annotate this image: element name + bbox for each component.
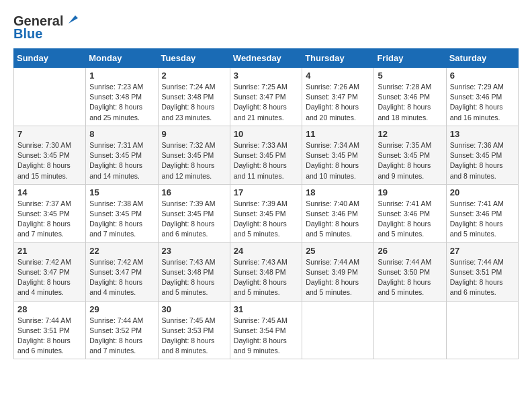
- daylight-text: Daylight: 8 hours and 4 minutes.: [89, 277, 154, 298]
- day-info: Sunrise: 7:44 AMSunset: 3:51 PMDaylight:…: [17, 316, 82, 357]
- sunset-text: Sunset: 3:51 PM: [450, 267, 515, 277]
- calendar-cell: 27Sunrise: 7:44 AMSunset: 3:51 PMDayligh…: [446, 242, 518, 301]
- day-number: 26: [378, 246, 442, 256]
- day-number: 10: [234, 129, 298, 139]
- calendar-week-4: 28Sunrise: 7:44 AMSunset: 3:51 PMDayligh…: [14, 301, 519, 359]
- day-info: Sunrise: 7:28 AMSunset: 3:46 PMDaylight:…: [378, 82, 442, 123]
- day-number: 7: [17, 129, 82, 139]
- sunrise-text: Sunrise: 7:34 AM: [306, 140, 370, 150]
- calendar-cell: [374, 301, 446, 359]
- day-number: 19: [378, 187, 442, 197]
- day-number: 17: [234, 187, 298, 197]
- sunset-text: Sunset: 3:45 PM: [234, 209, 298, 219]
- sunrise-text: Sunrise: 7:45 AM: [162, 316, 226, 326]
- day-info: Sunrise: 7:44 AMSunset: 3:52 PMDaylight:…: [89, 316, 154, 357]
- calendar-cell: 14Sunrise: 7:37 AMSunset: 3:45 PMDayligh…: [14, 184, 86, 242]
- sunrise-text: Sunrise: 7:25 AM: [234, 82, 298, 92]
- sunrise-text: Sunrise: 7:44 AM: [17, 316, 82, 326]
- daylight-text: Daylight: 8 hours and 14 minutes.: [89, 161, 154, 181]
- calendar-cell: 9Sunrise: 7:32 AMSunset: 3:45 PMDaylight…: [158, 126, 230, 184]
- daylight-text: Daylight: 8 hours and 18 minutes.: [378, 102, 442, 122]
- daylight-text: Daylight: 8 hours and 6 minutes.: [17, 336, 82, 356]
- day-info: Sunrise: 7:36 AMSunset: 3:45 PMDaylight:…: [450, 140, 515, 181]
- header-day-thursday: Thursday: [302, 49, 374, 68]
- daylight-text: Daylight: 8 hours and 7 minutes.: [89, 219, 154, 239]
- day-info: Sunrise: 7:25 AMSunset: 3:47 PMDaylight:…: [234, 82, 298, 123]
- sunset-text: Sunset: 3:50 PM: [378, 267, 442, 277]
- sunrise-text: Sunrise: 7:42 AM: [89, 257, 154, 267]
- sunrise-text: Sunrise: 7:33 AM: [234, 140, 298, 150]
- daylight-text: Daylight: 8 hours and 5 minutes.: [234, 219, 298, 239]
- sunset-text: Sunset: 3:54 PM: [234, 326, 298, 336]
- day-number: 11: [306, 129, 370, 139]
- day-info: Sunrise: 7:31 AMSunset: 3:45 PMDaylight:…: [89, 140, 154, 181]
- sunrise-text: Sunrise: 7:40 AM: [306, 199, 370, 209]
- day-number: 8: [89, 129, 154, 139]
- day-info: Sunrise: 7:30 AMSunset: 3:45 PMDaylight:…: [17, 140, 82, 181]
- sunrise-text: Sunrise: 7:43 AM: [234, 257, 298, 267]
- day-number: 23: [162, 246, 226, 256]
- sunrise-text: Sunrise: 7:29 AM: [450, 82, 515, 92]
- sunset-text: Sunset: 3:47 PM: [306, 92, 370, 102]
- calendar-week-0: 1Sunrise: 7:23 AMSunset: 3:48 PMDaylight…: [14, 68, 519, 126]
- calendar-cell: 3Sunrise: 7:25 AMSunset: 3:47 PMDaylight…: [230, 68, 302, 126]
- sunset-text: Sunset: 3:48 PM: [162, 92, 226, 102]
- day-info: Sunrise: 7:42 AMSunset: 3:47 PMDaylight:…: [17, 257, 82, 298]
- sunrise-text: Sunrise: 7:36 AM: [450, 140, 515, 150]
- calendar-cell: 13Sunrise: 7:36 AMSunset: 3:45 PMDayligh…: [446, 126, 518, 184]
- daylight-text: Daylight: 8 hours and 25 minutes.: [89, 102, 154, 122]
- day-number: 22: [89, 246, 154, 256]
- day-info: Sunrise: 7:32 AMSunset: 3:45 PMDaylight:…: [162, 140, 226, 181]
- sunset-text: Sunset: 3:49 PM: [306, 267, 370, 277]
- sunrise-text: Sunrise: 7:45 AM: [234, 316, 298, 326]
- sunset-text: Sunset: 3:45 PM: [450, 150, 515, 161]
- sunset-text: Sunset: 3:45 PM: [17, 150, 82, 161]
- day-info: Sunrise: 7:33 AMSunset: 3:45 PMDaylight:…: [234, 140, 298, 181]
- calendar-cell: 6Sunrise: 7:29 AMSunset: 3:46 PMDaylight…: [446, 68, 518, 126]
- daylight-text: Daylight: 8 hours and 23 minutes.: [162, 102, 226, 122]
- daylight-text: Daylight: 8 hours and 6 minutes.: [162, 219, 226, 239]
- sunset-text: Sunset: 3:45 PM: [89, 209, 154, 219]
- calendar-cell: 31Sunrise: 7:45 AMSunset: 3:54 PMDayligh…: [230, 301, 302, 359]
- day-number: 4: [306, 71, 370, 81]
- day-number: 27: [450, 246, 515, 256]
- day-info: Sunrise: 7:41 AMSunset: 3:46 PMDaylight:…: [450, 199, 515, 240]
- calendar-cell: 28Sunrise: 7:44 AMSunset: 3:51 PMDayligh…: [14, 301, 86, 359]
- sunset-text: Sunset: 3:47 PM: [17, 267, 82, 277]
- sunrise-text: Sunrise: 7:38 AM: [89, 199, 154, 209]
- svg-marker-0: [69, 15, 78, 24]
- day-number: 21: [17, 246, 82, 256]
- calendar-cell: 26Sunrise: 7:44 AMSunset: 3:50 PMDayligh…: [374, 242, 446, 301]
- day-number: 16: [162, 187, 226, 197]
- daylight-text: Daylight: 8 hours and 15 minutes.: [17, 161, 82, 181]
- sunset-text: Sunset: 3:46 PM: [378, 92, 442, 102]
- day-info: Sunrise: 7:37 AMSunset: 3:45 PMDaylight:…: [17, 199, 82, 240]
- sunrise-text: Sunrise: 7:28 AM: [378, 82, 442, 92]
- logo: General Blue: [13, 13, 78, 42]
- day-info: Sunrise: 7:39 AMSunset: 3:45 PMDaylight:…: [234, 199, 298, 240]
- sunset-text: Sunset: 3:45 PM: [234, 150, 298, 161]
- daylight-text: Daylight: 8 hours and 7 minutes.: [89, 336, 154, 356]
- day-info: Sunrise: 7:29 AMSunset: 3:46 PMDaylight:…: [450, 82, 515, 123]
- sunrise-text: Sunrise: 7:44 AM: [450, 257, 515, 267]
- sunrise-text: Sunrise: 7:31 AM: [89, 140, 154, 150]
- day-number: 31: [234, 304, 298, 314]
- calendar-cell: 5Sunrise: 7:28 AMSunset: 3:46 PMDaylight…: [374, 68, 446, 126]
- daylight-text: Daylight: 8 hours and 6 minutes.: [450, 277, 515, 298]
- sunrise-text: Sunrise: 7:39 AM: [162, 199, 226, 209]
- day-info: Sunrise: 7:44 AMSunset: 3:49 PMDaylight:…: [306, 257, 370, 298]
- day-number: 24: [234, 246, 298, 256]
- day-number: 20: [450, 187, 515, 197]
- calendar-cell: 22Sunrise: 7:42 AMSunset: 3:47 PMDayligh…: [86, 242, 158, 301]
- day-info: Sunrise: 7:43 AMSunset: 3:48 PMDaylight:…: [234, 257, 298, 298]
- sunset-text: Sunset: 3:45 PM: [162, 209, 226, 219]
- daylight-text: Daylight: 8 hours and 5 minutes.: [378, 219, 442, 239]
- logo-icon: [66, 14, 78, 26]
- day-info: Sunrise: 7:23 AMSunset: 3:48 PMDaylight:…: [89, 82, 154, 123]
- calendar-cell: 18Sunrise: 7:40 AMSunset: 3:46 PMDayligh…: [302, 184, 374, 242]
- calendar-cell: 1Sunrise: 7:23 AMSunset: 3:48 PMDaylight…: [86, 68, 158, 126]
- sunrise-text: Sunrise: 7:43 AM: [162, 257, 226, 267]
- sunset-text: Sunset: 3:45 PM: [306, 150, 370, 161]
- sunset-text: Sunset: 3:47 PM: [234, 92, 298, 102]
- calendar-cell: 17Sunrise: 7:39 AMSunset: 3:45 PMDayligh…: [230, 184, 302, 242]
